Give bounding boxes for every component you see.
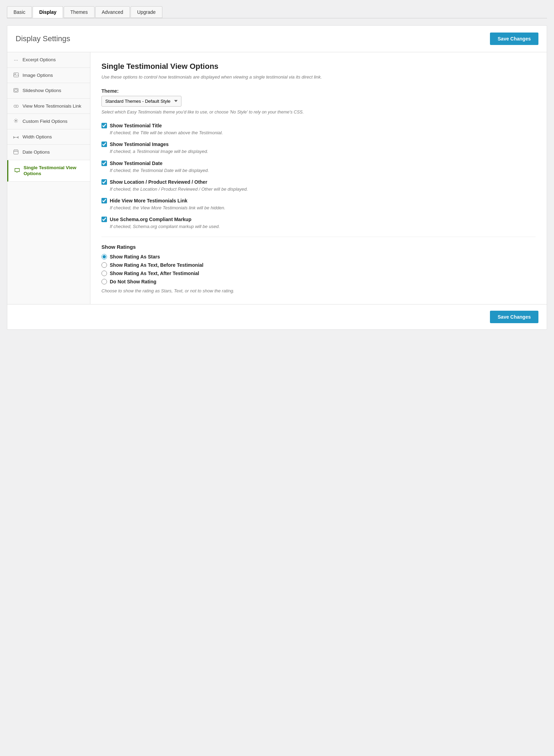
checkbox-row-show-location: Show Location / Product Reviewed / Other… xyxy=(101,179,536,192)
sidebar-label-image-options: Image Options xyxy=(23,72,53,79)
svg-point-6 xyxy=(15,120,17,121)
tab-display[interactable]: Display xyxy=(33,6,63,18)
theme-label: Theme: xyxy=(101,88,536,94)
divider xyxy=(101,237,536,237)
checkbox-text-schema-markup: Use Schema.org Compliant Markup xyxy=(110,217,191,222)
checkbox-show-images[interactable] xyxy=(101,142,107,147)
sidebar-label-slideshow-options: Slideshow Options xyxy=(23,88,61,94)
checkbox-text-show-date: Show Testimonial Date xyxy=(110,161,162,166)
sidebar-item-single-testimonial-view[interactable]: Single Testimonial View Options xyxy=(7,160,90,182)
section-description: Use these options to control how testimo… xyxy=(101,74,536,81)
image-options-icon xyxy=(13,72,19,78)
svg-rect-7 xyxy=(14,150,18,154)
svg-rect-2 xyxy=(14,89,18,92)
sidebar-item-image-options[interactable]: Image Options xyxy=(7,68,90,83)
slideshow-options-icon xyxy=(13,88,19,93)
settings-footer: Save Changes xyxy=(7,304,547,329)
checkbox-help-show-title: If checked, the Title will be shown abov… xyxy=(110,130,536,136)
checkbox-label-show-title[interactable]: Show Testimonial Title xyxy=(101,123,536,128)
radio-label-no-rating[interactable]: Do Not Show Rating xyxy=(101,279,536,284)
checkbox-help-schema-markup: If checked, Schema.org compliant markup … xyxy=(110,224,536,230)
custom-field-options-icon xyxy=(13,118,19,124)
checkbox-label-schema-markup[interactable]: Use Schema.org Compliant Markup xyxy=(101,217,536,222)
sidebar-item-slideshow-options[interactable]: Slideshow Options xyxy=(7,83,90,99)
sidebar-label-single-testimonial-view: Single Testimonial View Options xyxy=(24,165,84,177)
theme-help-text: Select which Easy Testimonials theme you… xyxy=(101,109,536,116)
checkbox-show-date[interactable] xyxy=(101,161,107,166)
save-button-top[interactable]: Save Changes xyxy=(490,33,538,45)
excerpt-options-icon: ··· xyxy=(13,57,19,63)
sidebar-label-excerpt-options: Excerpt Options xyxy=(23,57,56,63)
tab-bar-divider xyxy=(7,18,547,18)
ratings-title: Show Ratings xyxy=(101,244,536,250)
radio-text-no-rating: Do Not Show Rating xyxy=(110,279,157,284)
checkbox-help-show-date: If checked, the Testimonial Date will be… xyxy=(110,167,536,174)
content-area: ··· Excerpt Options Image Options Slides… xyxy=(7,52,547,304)
checkbox-show-location[interactable] xyxy=(101,179,107,185)
section-title: Single Testimonial View Options xyxy=(101,62,536,71)
checkbox-text-show-images: Show Testimonial Images xyxy=(110,142,169,147)
radio-text-text-after: Show Rating As Text, After Testimonial xyxy=(110,271,199,276)
checkbox-label-show-date[interactable]: Show Testimonial Date xyxy=(101,161,536,166)
sidebar-item-date-options[interactable]: Date Options xyxy=(7,145,90,160)
checkbox-help-show-images: If checked, a Testimonial Image will be … xyxy=(110,148,536,155)
tab-upgrade[interactable]: Upgrade xyxy=(131,6,162,18)
checkbox-row-show-images: Show Testimonial Images If checked, a Te… xyxy=(101,142,536,155)
sidebar-item-custom-field-options[interactable]: Custom Field Options xyxy=(7,114,90,129)
ratings-help-text: Choose to show the rating as Stars, Text… xyxy=(101,288,536,294)
checkbox-text-show-location: Show Location / Product Reviewed / Other xyxy=(110,179,207,185)
radio-text-text-before: Show Rating As Text, Before Testimonial xyxy=(110,262,203,268)
sidebar-label-custom-field-options: Custom Field Options xyxy=(23,118,68,125)
sidebar-label-date-options: Date Options xyxy=(23,149,50,155)
single-testimonial-view-icon xyxy=(14,168,20,174)
main-container: Display Settings Save Changes ··· Excerp… xyxy=(7,25,547,330)
checkbox-label-show-location[interactable]: Show Location / Product Reviewed / Other xyxy=(101,179,536,185)
radio-stars[interactable] xyxy=(101,254,107,259)
checkbox-text-show-title: Show Testimonial Title xyxy=(110,123,162,128)
checkbox-text-hide-view-more: Hide View More Testimonials Link xyxy=(110,198,187,203)
checkbox-help-hide-view-more: If checked, the View More Testimonials l… xyxy=(110,205,536,211)
ratings-section: Show Ratings Show Rating As Stars Show R… xyxy=(101,244,536,294)
sidebar-item-excerpt-options[interactable]: ··· Excerpt Options xyxy=(7,52,90,68)
checkbox-label-hide-view-more[interactable]: Hide View More Testimonials Link xyxy=(101,198,536,203)
top-tab-bar: Basic Display Themes Advanced Upgrade xyxy=(0,0,554,18)
tab-basic[interactable]: Basic xyxy=(7,6,32,18)
checkbox-hide-view-more[interactable] xyxy=(101,198,107,203)
checkbox-row-schema-markup: Use Schema.org Compliant Markup If check… xyxy=(101,217,536,230)
main-section-content: Single Testimonial View Options Use thes… xyxy=(90,52,547,304)
theme-select[interactable]: Standard Themes - Default Style No Style xyxy=(101,96,181,107)
checkbox-label-show-images[interactable]: Show Testimonial Images xyxy=(101,142,536,147)
date-options-icon xyxy=(13,149,19,155)
tab-themes[interactable]: Themes xyxy=(64,6,95,18)
sidebar-item-view-more-link[interactable]: View More Testimonials Link xyxy=(7,99,90,114)
radio-label-text-before[interactable]: Show Rating As Text, Before Testimonial xyxy=(101,262,536,268)
radio-label-stars[interactable]: Show Rating As Stars xyxy=(101,254,536,259)
radio-no-rating[interactable] xyxy=(101,279,107,284)
settings-title: Display Settings xyxy=(16,34,70,43)
sidebar-label-width-options: Width Options xyxy=(23,134,52,140)
sidebar-item-width-options[interactable]: Width Options xyxy=(7,129,90,145)
radio-label-text-after[interactable]: Show Rating As Text, After Testimonial xyxy=(101,271,536,276)
svg-rect-3 xyxy=(15,89,17,91)
save-button-bottom[interactable]: Save Changes xyxy=(490,311,538,323)
sidebar: ··· Excerpt Options Image Options Slides… xyxy=(7,52,90,304)
radio-text-before[interactable] xyxy=(101,262,107,268)
checkbox-row-show-title: Show Testimonial Title If checked, the T… xyxy=(101,123,536,136)
settings-header: Display Settings Save Changes xyxy=(7,26,547,52)
checkbox-show-title[interactable] xyxy=(101,123,107,128)
radio-text-after[interactable] xyxy=(101,271,107,276)
tab-advanced[interactable]: Advanced xyxy=(95,6,130,18)
checkbox-row-show-date: Show Testimonial Date If checked, the Te… xyxy=(101,161,536,174)
sidebar-label-view-more-link: View More Testimonials Link xyxy=(23,103,81,109)
view-more-link-icon xyxy=(13,103,19,109)
checkbox-help-show-location: If checked, the Location / Product Revie… xyxy=(110,186,536,192)
radio-text-stars: Show Rating As Stars xyxy=(110,254,160,259)
width-options-icon xyxy=(13,134,19,140)
checkbox-row-hide-view-more: Hide View More Testimonials Link If chec… xyxy=(101,198,536,211)
checkbox-schema-markup[interactable] xyxy=(101,217,107,222)
